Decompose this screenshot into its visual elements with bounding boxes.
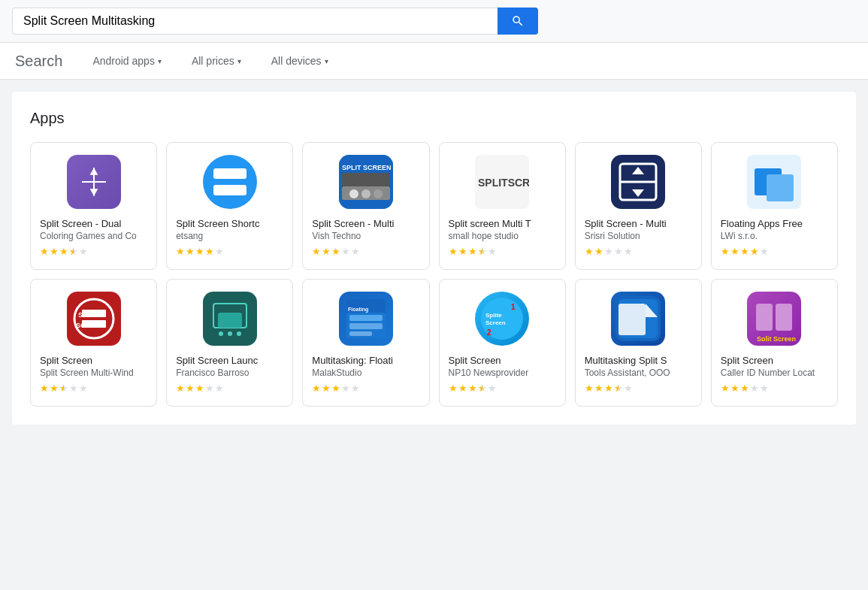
app-name: Floating Apps Free xyxy=(721,218,828,229)
devices-label: All devices xyxy=(271,55,322,67)
app-card[interactable]: Multitasking Split S Tools Assistant, OO… xyxy=(575,279,702,407)
star-filled: ★ xyxy=(59,246,68,257)
app-icon: SPLITSCREEN xyxy=(475,155,529,209)
main-content: Apps Split Screen - Dual Coloring Games … xyxy=(12,92,856,425)
svg-text:SPLIT: SPLIT xyxy=(78,311,98,319)
app-name: Split Screen - Multi xyxy=(585,218,692,229)
star-empty: ★ xyxy=(79,383,88,394)
star-filled: ★ xyxy=(730,246,739,257)
svg-text:Floating: Floating xyxy=(348,307,368,313)
svg-rect-46 xyxy=(618,304,646,335)
svg-text:Splite: Splite xyxy=(485,312,502,319)
app-card[interactable]: Split Screen Split Screen Caller ID Numb… xyxy=(711,279,838,407)
app-icon xyxy=(203,292,257,346)
star-filled: ★ xyxy=(312,383,321,394)
app-developer: Vish Techno xyxy=(312,231,419,241)
app-card[interactable]: Floating Apps Free LWi s.r.o. ★★★★★ xyxy=(711,142,838,270)
app-name: Split Screen xyxy=(449,355,556,366)
app-card[interactable]: Floating Multitasking: Floati MalakStudi… xyxy=(302,279,429,407)
svg-rect-36 xyxy=(349,323,383,329)
app-name: Split Screen - Dual xyxy=(40,218,147,229)
platform-filter[interactable]: Android apps ▾ xyxy=(86,52,168,70)
app-icon: Split Screen xyxy=(747,292,801,346)
app-card[interactable]: Split Screen Shortc etsang ★★★★★ xyxy=(166,142,293,270)
star-empty: ★ xyxy=(351,246,360,257)
star-filled: ★ xyxy=(50,383,59,394)
svg-point-13 xyxy=(374,189,383,198)
star-empty: ★ xyxy=(488,246,497,257)
svg-point-30 xyxy=(228,331,232,336)
app-stars: ★★ ★ ★ ★★ xyxy=(40,383,147,394)
star-empty: ★ xyxy=(488,383,497,394)
svg-text:SCREEN: SCREEN xyxy=(76,322,104,329)
app-card[interactable]: Split Screen - Dual Coloring Games and C… xyxy=(30,142,157,270)
app-icon: SPLIT SCREEN xyxy=(339,155,393,209)
section-title: Apps xyxy=(30,110,838,127)
star-half: ★ ★ xyxy=(614,383,623,394)
star-empty: ★ xyxy=(351,383,360,394)
star-filled: ★ xyxy=(594,246,603,257)
app-developer: Coloring Games and Co xyxy=(40,231,147,241)
app-card[interactable]: SPLITSCREEN Split screen Multi T small h… xyxy=(439,142,566,270)
app-stars: ★★★★★ xyxy=(312,383,419,394)
search-input[interactable] xyxy=(12,8,498,35)
app-stars: ★★★★★ xyxy=(585,246,692,257)
star-empty: ★ xyxy=(69,383,78,394)
star-empty: ★ xyxy=(215,246,224,257)
search-bar xyxy=(12,8,538,35)
app-card[interactable]: Splite Screen 1 2 Split Screen NP10 News… xyxy=(439,279,566,407)
svg-rect-9 xyxy=(342,173,390,186)
search-button[interactable] xyxy=(498,8,538,35)
app-card[interactable]: Split Screen Launc Francisco Barroso ★★★… xyxy=(166,279,293,407)
svg-marker-19 xyxy=(632,189,644,197)
star-filled: ★ xyxy=(195,246,204,257)
svg-rect-28 xyxy=(218,313,242,328)
star-filled: ★ xyxy=(195,383,204,394)
star-empty: ★ xyxy=(79,246,88,257)
app-stars: ★★★★★ xyxy=(176,246,283,257)
star-filled: ★ xyxy=(721,246,730,257)
star-filled: ★ xyxy=(458,383,467,394)
svg-rect-5 xyxy=(213,185,246,195)
star-empty: ★ xyxy=(624,383,633,394)
svg-text:SPLIT SCREEN: SPLIT SCREEN xyxy=(342,164,392,171)
star-empty: ★ xyxy=(750,383,759,394)
app-icon: Floating xyxy=(339,292,393,346)
star-filled: ★ xyxy=(322,383,331,394)
price-chevron: ▾ xyxy=(237,57,241,65)
filter-bar: Search Android apps ▾ All prices ▾ All d… xyxy=(0,43,868,80)
svg-rect-48 xyxy=(776,304,792,331)
star-half: ★ ★ xyxy=(478,246,487,257)
app-icon xyxy=(611,155,665,209)
star-empty: ★ xyxy=(614,246,623,257)
devices-filter[interactable]: All devices ▾ xyxy=(265,52,334,70)
svg-point-31 xyxy=(237,331,241,336)
svg-point-12 xyxy=(361,189,370,198)
search-icon xyxy=(511,14,525,28)
star-filled: ★ xyxy=(40,383,49,394)
app-card[interactable]: SPLIT SCREEN Split Screen Split Screen M… xyxy=(30,279,157,407)
svg-marker-18 xyxy=(632,167,644,174)
star-filled: ★ xyxy=(604,383,613,394)
app-stars: ★★★★★ xyxy=(721,246,828,257)
search-label: Search xyxy=(15,53,62,70)
app-icon xyxy=(747,155,801,209)
star-empty: ★ xyxy=(341,246,350,257)
svg-text:Split Screen: Split Screen xyxy=(757,335,796,341)
app-name: Split Screen - Multi xyxy=(312,218,419,229)
app-card[interactable]: Split Screen - Multi Srisri Solution ★★★… xyxy=(575,142,702,270)
app-stars: ★★★★★ xyxy=(176,383,283,394)
app-name: Split screen Multi T xyxy=(449,218,556,229)
star-half: ★ ★ xyxy=(59,383,68,394)
app-developer: MalakStudio xyxy=(312,368,419,378)
app-stars: ★★★ ★ ★ ★ xyxy=(585,383,692,394)
star-empty: ★ xyxy=(341,383,350,394)
app-stars: ★★★ ★ ★ ★ xyxy=(449,383,556,394)
price-filter[interactable]: All prices ▾ xyxy=(186,52,247,70)
star-filled: ★ xyxy=(585,383,594,394)
app-name: Split Screen xyxy=(721,355,828,366)
star-filled: ★ xyxy=(594,383,603,394)
app-card[interactable]: SPLIT SCREEN Split Screen - Multi Vish T… xyxy=(302,142,429,270)
svg-rect-37 xyxy=(349,331,372,336)
star-filled: ★ xyxy=(750,246,759,257)
